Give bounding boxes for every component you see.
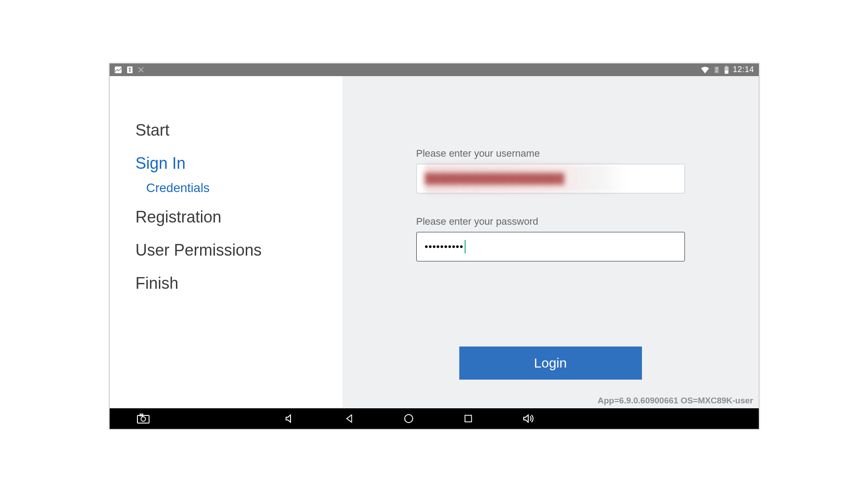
wifi-icon bbox=[701, 66, 710, 73]
status-left-icons bbox=[114, 66, 145, 74]
login-button[interactable]: Login bbox=[459, 347, 642, 380]
usb-icon bbox=[126, 66, 134, 74]
sidebar-item-start[interactable]: Start bbox=[136, 121, 342, 140]
sidebar: Start Sign In Credentials Registration U… bbox=[110, 76, 342, 408]
main-panel: Please enter your username █████████████… bbox=[342, 76, 759, 408]
username-block: Please enter your username █████████████… bbox=[416, 148, 685, 193]
camera-icon[interactable] bbox=[137, 413, 150, 424]
content-area: Start Sign In Credentials Registration U… bbox=[110, 76, 759, 408]
sidebar-item-user-permissions[interactable]: User Permissions bbox=[136, 241, 342, 260]
no-sim-icon bbox=[713, 66, 720, 74]
username-redacted: ████████████████████ bbox=[425, 164, 676, 193]
password-input[interactable]: •••••••••• bbox=[416, 232, 685, 261]
sidebar-item-registration[interactable]: Registration bbox=[136, 208, 342, 227]
sidebar-item-finish[interactable]: Finish bbox=[136, 274, 342, 293]
password-block: Please enter your password •••••••••• bbox=[416, 216, 685, 261]
sidebar-item-sign-in[interactable]: Sign In bbox=[136, 154, 342, 173]
home-icon[interactable] bbox=[403, 413, 414, 424]
svg-point-8 bbox=[405, 415, 413, 423]
version-label: App=6.9.0.60900661 OS=MXC89K-user bbox=[598, 396, 753, 406]
username-label: Please enter your username bbox=[416, 148, 685, 159]
image-icon bbox=[114, 66, 122, 74]
password-label: Please enter your password bbox=[416, 216, 685, 227]
username-input[interactable]: ████████████████████ bbox=[416, 164, 685, 193]
device-frame: 12:14 Start Sign In Credentials Registra… bbox=[109, 63, 759, 429]
svg-rect-4 bbox=[725, 70, 728, 73]
text-caret bbox=[465, 240, 466, 253]
status-right-icons: 12:14 bbox=[701, 65, 754, 74]
scissors-icon bbox=[137, 66, 145, 73]
svg-rect-0 bbox=[115, 67, 121, 73]
status-bar: 12:14 bbox=[110, 64, 759, 76]
back-icon[interactable] bbox=[344, 414, 354, 424]
svg-rect-3 bbox=[726, 66, 727, 67]
sidebar-sub-credentials[interactable]: Credentials bbox=[146, 181, 342, 195]
status-time: 12:14 bbox=[733, 65, 754, 74]
svg-point-6 bbox=[141, 417, 145, 421]
navigation-bar bbox=[110, 408, 759, 429]
volume-up-icon[interactable] bbox=[522, 413, 535, 424]
volume-down-icon[interactable] bbox=[284, 413, 295, 424]
recents-icon[interactable] bbox=[463, 414, 473, 424]
battery-icon bbox=[724, 66, 729, 74]
svg-rect-9 bbox=[465, 415, 471, 422]
password-mask: •••••••••• bbox=[425, 241, 464, 252]
